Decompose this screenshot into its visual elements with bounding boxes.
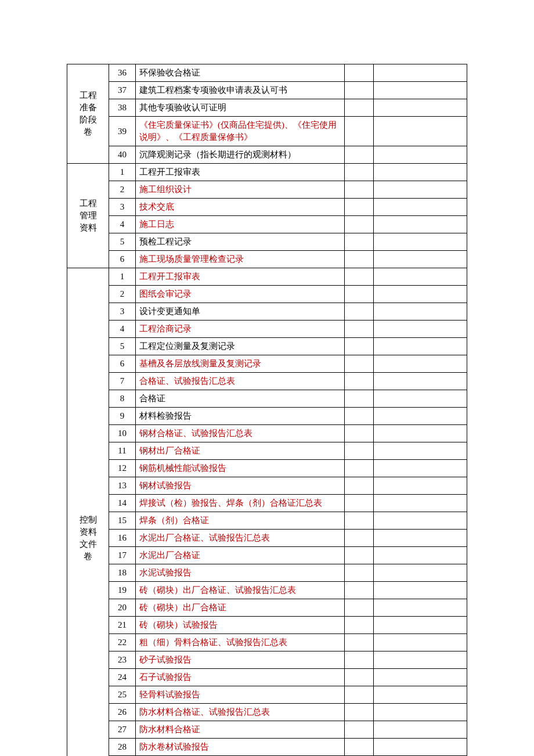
row-name: 施工现场质量管理检查记录	[136, 251, 345, 268]
table-row: 18水泥试验报告	[67, 564, 467, 582]
row-col-a	[345, 146, 374, 164]
row-number: 1	[109, 268, 136, 286]
table-row: 10钢材合格证、试验报告汇总表	[67, 425, 467, 442]
row-col-b	[374, 530, 467, 547]
row-number: 18	[109, 564, 136, 582]
row-col-b	[374, 268, 467, 286]
row-col-b	[374, 355, 467, 373]
row-number: 12	[109, 460, 136, 477]
row-col-b	[374, 164, 467, 181]
table-row: 2图纸会审记录	[67, 286, 467, 303]
row-number: 2	[109, 286, 136, 303]
row-name: 水泥出厂合格证	[136, 547, 345, 564]
row-col-a	[345, 321, 374, 338]
row-col-a	[345, 216, 374, 233]
row-number: 26	[109, 704, 136, 721]
table-row: 16水泥出厂合格证、试验报告汇总表	[67, 530, 467, 547]
row-number: 23	[109, 651, 136, 669]
table-row: 20砖（砌块）出厂合格证	[67, 599, 467, 617]
row-number: 36	[109, 64, 136, 82]
row-name: 砂子试验报告	[136, 651, 345, 669]
row-number: 20	[109, 599, 136, 617]
row-col-b	[374, 251, 467, 268]
row-number: 7	[109, 373, 136, 390]
row-col-a	[345, 651, 374, 669]
row-name: 砖（砌块）出厂合格证、试验报告汇总表	[136, 582, 345, 599]
section-group-cell: 工程准备阶段卷	[67, 64, 109, 164]
row-name: 图纸会审记录	[136, 286, 345, 303]
table-row: 23砂子试验报告	[67, 651, 467, 669]
row-col-b	[374, 146, 467, 164]
table-row: 8合格证	[67, 390, 467, 408]
row-col-b	[374, 408, 467, 425]
row-col-a	[345, 251, 374, 268]
table-row: 14焊接试（检）验报告、焊条（剂）合格证汇总表	[67, 495, 467, 512]
table-row: 37建筑工程档案专项验收申请表及认可书	[67, 82, 467, 99]
row-col-b	[374, 390, 467, 408]
row-col-b	[374, 669, 467, 686]
row-col-a	[345, 82, 374, 99]
table-row: 21砖（砌块）试验报告	[67, 617, 467, 634]
row-col-b	[374, 233, 467, 251]
row-col-a	[345, 99, 374, 117]
row-name: 设计变更通知单	[136, 303, 345, 321]
table-row: 3设计变更通知单	[67, 303, 467, 321]
section-group-cell: 控制资料文件卷	[67, 268, 109, 757]
document-table: 工程准备阶段卷36环保验收合格证37建筑工程档案专项验收申请表及认可书38其他专…	[67, 64, 467, 756]
row-col-a	[345, 582, 374, 599]
row-name: 技术交底	[136, 199, 345, 216]
row-name: 预检工程记录	[136, 233, 345, 251]
row-name: 焊条（剂）合格证	[136, 512, 345, 530]
row-name: 基槽及各层放线测量及复测记录	[136, 355, 345, 373]
row-name: 水泥出厂合格证、试验报告汇总表	[136, 530, 345, 547]
row-col-a	[345, 477, 374, 495]
row-name: 防水材料合格证、试验报告汇总表	[136, 704, 345, 721]
row-col-b	[374, 303, 467, 321]
row-name: 水泥试验报告	[136, 564, 345, 582]
table-row: 25轻骨料试验报告	[67, 686, 467, 704]
row-name: 钢材合格证、试验报告汇总表	[136, 425, 345, 442]
row-number: 25	[109, 686, 136, 704]
row-col-b	[374, 64, 467, 82]
table-row: 7合格证、试验报告汇总表	[67, 373, 467, 390]
row-col-b	[374, 117, 467, 146]
row-number: 19	[109, 582, 136, 599]
row-name: 石子试验报告	[136, 669, 345, 686]
section-group-cell: 工程管理资料	[67, 164, 109, 268]
row-name: 施工日志	[136, 216, 345, 233]
row-col-b	[374, 582, 467, 599]
row-col-a	[345, 704, 374, 721]
row-col-b	[374, 460, 467, 477]
row-number: 16	[109, 530, 136, 547]
table-row: 工程准备阶段卷36环保验收合格证	[67, 64, 467, 82]
row-number: 4	[109, 216, 136, 233]
row-col-a	[345, 233, 374, 251]
row-number: 6	[109, 251, 136, 268]
row-col-b	[374, 425, 467, 442]
row-number: 9	[109, 408, 136, 425]
table-row: 4工程洽商记录	[67, 321, 467, 338]
row-col-b	[374, 547, 467, 564]
row-name: 轻骨料试验报告	[136, 686, 345, 704]
row-name: 工程开工报审表	[136, 268, 345, 286]
row-name: 建筑工程档案专项验收申请表及认可书	[136, 82, 345, 99]
row-col-a	[345, 117, 374, 146]
row-number: 27	[109, 721, 136, 739]
row-col-a	[345, 634, 374, 651]
row-number: 40	[109, 146, 136, 164]
row-number: 5	[109, 338, 136, 355]
row-col-a	[345, 564, 374, 582]
row-number: 2	[109, 181, 136, 199]
table-row: 11钢材出厂合格证	[67, 442, 467, 460]
table-row: 5预检工程记录	[67, 233, 467, 251]
table-row: 17水泥出厂合格证	[67, 547, 467, 564]
row-number: 22	[109, 634, 136, 651]
row-col-a	[345, 599, 374, 617]
table-row: 26防水材料合格证、试验报告汇总表	[67, 704, 467, 721]
row-col-a	[345, 495, 374, 512]
section-group-label: 工程管理资料	[80, 197, 97, 234]
row-col-b	[374, 495, 467, 512]
row-col-b	[374, 82, 467, 99]
row-number: 4	[109, 321, 136, 338]
row-number: 24	[109, 669, 136, 686]
